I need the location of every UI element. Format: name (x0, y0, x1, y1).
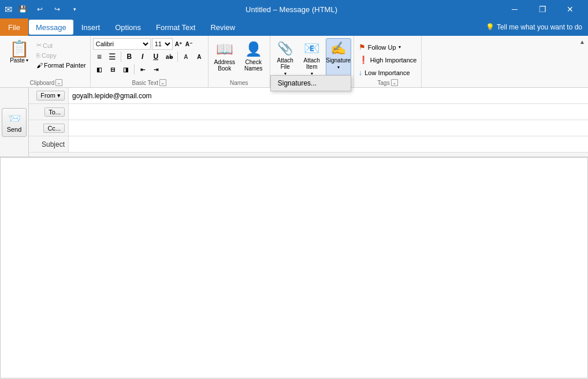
decrease-indent-button[interactable]: ⇤ (136, 64, 149, 75)
message-body[interactable] (0, 157, 588, 378)
names-content: 📖 AddressBook 👤 CheckNames (211, 38, 267, 79)
to-button[interactable]: To... (44, 107, 65, 117)
strikethrough-button[interactable]: ab̶ (163, 51, 176, 62)
follow-up-icon: ⚑ (359, 43, 366, 51)
bold-button[interactable]: B (123, 51, 136, 62)
cut-button[interactable]: ✂ Cut (35, 40, 88, 50)
alignment-row: ◧ ⊟ ◨ ⇤ ⇥ (93, 64, 162, 75)
follow-up-button[interactable]: ⚑ Follow Up ▾ (356, 42, 403, 53)
address-book-label: AddressBook (214, 59, 235, 72)
save-button[interactable]: 💾 (16, 2, 29, 16)
attach-item-icon: 📧 (304, 41, 319, 56)
follow-up-label: Follow Up (368, 44, 396, 51)
to-input[interactable] (68, 104, 588, 120)
cc-input[interactable] (68, 120, 588, 136)
font-size-decrease-button[interactable]: A⁻ (184, 39, 193, 49)
menu-review[interactable]: Review (203, 20, 242, 35)
restore-button[interactable]: ❐ (529, 0, 556, 18)
italic-button[interactable]: I (136, 51, 149, 62)
font-color-button[interactable]: A (180, 51, 192, 62)
names-group-label: Names (211, 79, 267, 87)
menu-format-text[interactable]: Format Text (149, 20, 202, 35)
subject-label: Subject (29, 140, 68, 148)
menu-bar: File Message Insert Options Format Text … (0, 18, 588, 36)
paste-button[interactable]: 📋 Paste ▾ (5, 38, 34, 66)
tags-expand-button[interactable]: ⌄ (391, 79, 398, 86)
subject-input[interactable] (68, 136, 588, 152)
ribbon-collapse-button[interactable]: ▲ (578, 37, 587, 46)
signature-arrow: ▾ (337, 65, 340, 70)
form-area: 📨 Send From ▾ To... (0, 88, 588, 157)
minimize-button[interactable]: ─ (501, 0, 528, 18)
fields-panel: From ▾ To... Cc... Subject (29, 88, 588, 157)
menu-file[interactable]: File (0, 18, 28, 36)
attach-file-label: AttachFile (277, 57, 293, 70)
attach-item-button[interactable]: 📧 AttachItem ▾ (299, 38, 325, 76)
paste-dropdown-arrow: ▾ (26, 58, 28, 63)
copy-button[interactable]: ⎘ Copy (35, 51, 88, 60)
customize-qat-button[interactable]: ▾ (68, 2, 81, 16)
address-book-icon: 📖 (216, 41, 233, 57)
signature-button[interactable]: ✍ Signature ▾ (326, 38, 351, 76)
font-family-select[interactable]: Calibri (93, 38, 151, 50)
attach-item-label: AttachItem (304, 57, 320, 70)
high-importance-button[interactable]: ❗ High Importance (356, 54, 419, 65)
high-importance-icon: ❗ (359, 55, 368, 64)
menu-message[interactable]: Message (29, 20, 73, 35)
low-importance-icon: ↓ (359, 68, 363, 77)
from-button[interactable]: From ▾ (36, 91, 65, 101)
tell-me-bar[interactable]: 💡 Tell me what you want to do (480, 18, 588, 36)
low-importance-button[interactable]: ↓ Low Importance (356, 67, 412, 78)
signature-label: Signature (326, 57, 351, 64)
ribbon-group-clipboard: 📋 Paste ▾ ✂ Cut ⎘ Copy 🖌 Format Painter (2, 36, 91, 87)
from-label-area: From ▾ (29, 88, 68, 103)
divider-2 (177, 51, 178, 62)
underline-button[interactable]: U (150, 51, 162, 62)
clipboard-expand-button[interactable]: ⌄ (55, 79, 62, 86)
align-left-button[interactable]: ◧ (93, 64, 106, 75)
increase-indent-button[interactable]: ⇥ (150, 64, 162, 75)
font-size-select[interactable]: 11 (152, 38, 173, 50)
redo-button[interactable]: ↪ (50, 2, 64, 16)
menu-options[interactable]: Options (108, 20, 148, 35)
cut-label: Cut (43, 42, 53, 49)
format-painter-button[interactable]: 🖌 Format Painter (35, 61, 88, 70)
cc-button[interactable]: Cc... (43, 124, 65, 133)
copy-icon: ⎘ (36, 52, 40, 59)
high-importance-label: High Importance (370, 57, 417, 64)
title-bar: ✉ 💾 ↩ ↪ ▾ Untitled – Message (HTML) ─ ❐ … (0, 0, 588, 18)
cc-label-area: Cc... (29, 120, 68, 136)
signatures-menu-item[interactable]: Signatures... (271, 76, 351, 91)
basic-text-group-label: Basic Text ⌄ (93, 78, 206, 87)
divider-3 (134, 64, 135, 75)
menu-insert[interactable]: Insert (75, 20, 107, 35)
align-center-button[interactable]: ⊟ (106, 64, 119, 75)
format-painter-icon: 🖌 (36, 62, 43, 69)
signature-icon: ✍ (330, 41, 346, 56)
window-controls: ─ ❐ ✕ (501, 0, 583, 18)
paste-icon: 📋 (9, 41, 29, 57)
check-names-button[interactable]: 👤 CheckNames (240, 38, 267, 76)
font-size-increase-button[interactable]: A⁺ (174, 39, 183, 49)
highlight-button[interactable]: A (193, 51, 206, 62)
clipboard-content: 📋 Paste ▾ ✂ Cut ⎘ Copy 🖌 Format Painter (5, 38, 88, 78)
align-right-button[interactable]: ◨ (120, 64, 132, 75)
bullets-button[interactable]: ≡ (93, 51, 106, 62)
format-buttons-row: ≡ ☰ B I U ab̶ A A (93, 51, 206, 62)
ribbon-group-tags: ⚑ Follow Up ▾ ❗ High Importance ↓ Low Im… (354, 36, 422, 87)
address-book-button[interactable]: 📖 AddressBook (211, 38, 239, 76)
cut-icon: ✂ (36, 42, 42, 49)
tags-group-label: Tags ⌄ (356, 78, 419, 87)
send-button[interactable]: 📨 Send (2, 108, 27, 137)
send-panel: 📨 Send (0, 88, 29, 157)
close-button[interactable]: ✕ (557, 0, 583, 18)
numbering-button[interactable]: ☰ (106, 51, 119, 62)
include-content: 📎 AttachFile ▾ 📧 AttachItem ▾ ✍ Signatur… (273, 38, 351, 78)
format-painter-label: Format Painter (44, 62, 86, 69)
undo-button[interactable]: ↩ (33, 2, 47, 16)
clipboard-group-label: Clipboard ⌄ (5, 78, 88, 87)
to-label-area: To... (29, 104, 68, 120)
attach-file-button[interactable]: 📎 AttachFile ▾ (273, 38, 298, 76)
divider-1 (121, 51, 121, 62)
basic-text-expand-button[interactable]: ⌄ (159, 79, 166, 86)
